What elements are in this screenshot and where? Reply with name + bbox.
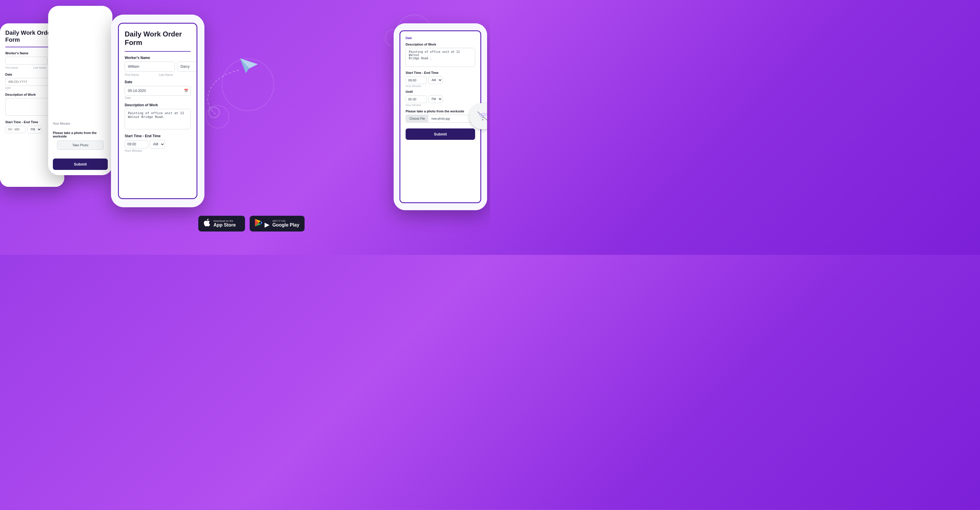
phone2-photo-label: Please take a photo from the workside: [53, 131, 108, 138]
phone4-end-ampm-select[interactable]: PM AM: [428, 95, 443, 103]
phone3-start-time-label: Start Time - End Time: [125, 134, 191, 138]
phone4-start-time-input[interactable]: [406, 76, 426, 84]
phone3-workers-name-label: Worker's Name: [125, 56, 191, 60]
phone3-description-textarea[interactable]: Painting of office unit at 12 Walnut Bri…: [125, 109, 191, 129]
phone3-title: Daily Work Order Form: [125, 30, 191, 47]
phone4-choose-file-btn[interactable]: Choose File: [406, 115, 428, 122]
svg-marker-9: [261, 221, 262, 224]
apple-btn-top-text: Download on the: [213, 219, 235, 222]
phone4-file-input: Choose File new-photo.jpg: [406, 115, 475, 122]
phone2-hour-minutes-label: Hour Minutes: [53, 122, 108, 125]
phone3-date-sublabel: Date: [125, 96, 191, 100]
phone4-date-label: Date: [406, 37, 475, 40]
phone1-time-input[interactable]: [5, 126, 26, 133]
phone-4: Date Description of Work Painting of off…: [394, 23, 487, 210]
phone3-last-name-label: Last Name: [159, 73, 191, 76]
wifi-off-badge: [469, 103, 481, 129]
phone3-time-input[interactable]: [125, 140, 148, 148]
phone3-hour-minutes-label: Hour Minutes: [125, 149, 191, 153]
apple-app-store-btn[interactable]: Download on the App Store: [198, 216, 245, 232]
phone3-description-label: Description of Work: [125, 103, 191, 107]
phone4-description-textarea[interactable]: Painting of office unit at 12 Walnut Bri…: [406, 48, 475, 67]
phone1-first-name-label: First Name: [5, 66, 31, 69]
phone4-start-ampm-select[interactable]: AM PM: [428, 76, 443, 84]
google-btn-top-text: GET IT ON: [272, 219, 299, 222]
phone4-hour-minutes-label: Hour Minutes: [406, 85, 475, 87]
phone4-file-name: new-photo.jpg: [428, 115, 475, 122]
phone4-end-time-input[interactable]: [406, 95, 426, 103]
phone3-first-name-label: First Name: [125, 73, 156, 76]
phone1-ampm-select[interactable]: PM AM: [27, 126, 42, 133]
apple-icon: [204, 219, 210, 229]
phone1-first-name-input[interactable]: [5, 57, 48, 65]
phone3-ampm-select[interactable]: AM PM: [150, 140, 165, 149]
google-play-icon: ▶: [255, 219, 269, 229]
google-btn-main-text: Google Play: [272, 222, 299, 228]
phone4-start-time-label: Start Time - End Time: [406, 71, 475, 75]
phone3-date-input[interactable]: [125, 86, 191, 96]
phone4-end-hour-minutes-label: Hour Minutes: [406, 103, 475, 106]
phone3-first-name-input[interactable]: [125, 62, 175, 71]
phone-2: Hour Minutes Please take a photo from th…: [48, 6, 113, 175]
svg-point-3: [209, 107, 219, 118]
phone-3: Daily Work Order Form Worker's Name Firs…: [111, 14, 204, 207]
phone3-calendar-icon: 📅: [184, 89, 188, 93]
app-store-buttons: Download on the App Store ▶ GET IT ON Go…: [198, 216, 305, 232]
phone2-take-photo-btn[interactable]: Take Photo: [57, 140, 103, 150]
apple-btn-main-text: App Store: [213, 222, 235, 228]
phone2-submit-btn[interactable]: Submit: [53, 159, 108, 170]
phone4-photo-label: Please take a photo from the workside: [406, 110, 475, 113]
phone4-until-label: Until: [406, 90, 475, 94]
phone3-divider: [125, 51, 191, 52]
phone4-description-label: Description of Work: [406, 43, 475, 46]
google-play-btn[interactable]: ▶ GET IT ON Google Play: [250, 216, 305, 232]
phone3-date-label: Date: [125, 80, 191, 84]
phone3-last-name-input[interactable]: [177, 62, 197, 71]
phone4-submit-btn[interactable]: Submit: [406, 129, 475, 140]
